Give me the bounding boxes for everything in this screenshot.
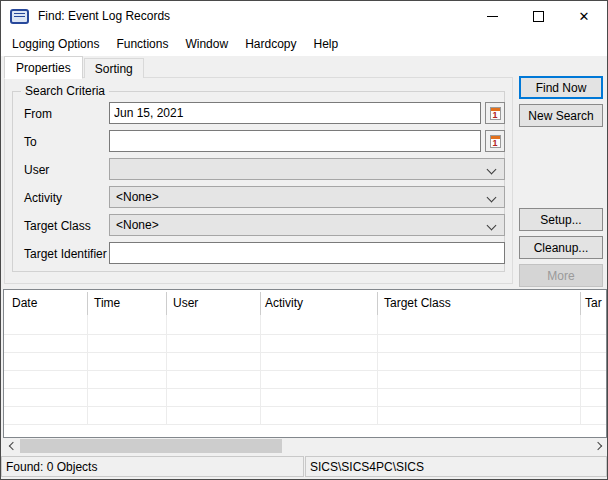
scroll-right-button[interactable] [590, 438, 607, 454]
menu-help[interactable]: Help [306, 34, 345, 54]
status-connection-text: SICS\SICS4PC\SICS [310, 460, 424, 474]
column-divider[interactable] [377, 292, 378, 315]
window-controls: ✕ [469, 1, 607, 31]
titlebar[interactable]: Find: Event Log Records ✕ [1, 1, 607, 31]
properties-tab-page: Search Criteria From To User Activity <N… [4, 77, 513, 284]
horizontal-scrollbar[interactable] [3, 438, 607, 454]
column-divider[interactable] [580, 292, 581, 315]
window-title: Find: Event Log Records [38, 9, 170, 23]
chevron-down-icon [487, 221, 497, 231]
calendar-icon [490, 135, 501, 148]
scroll-left-button[interactable] [3, 438, 20, 454]
user-label: User [24, 163, 49, 177]
column-header-target-class[interactable]: Target Class [384, 296, 451, 310]
close-icon: ✕ [579, 10, 590, 23]
new-search-button[interactable]: New Search [519, 104, 603, 127]
column-divider[interactable] [260, 292, 261, 315]
find-event-log-window: Find: Event Log Records ✕ Logging Option… [0, 0, 608, 480]
cleanup-button[interactable]: Cleanup... [519, 236, 603, 259]
row-line [4, 370, 606, 371]
to-input[interactable] [109, 130, 481, 152]
maximize-icon [533, 11, 544, 22]
scrollbar-thumb[interactable] [20, 439, 282, 453]
to-label: To [24, 135, 37, 149]
activity-combobox-value: <None> [116, 190, 159, 204]
column-header-time[interactable]: Time [94, 296, 120, 310]
from-label: From [24, 107, 52, 121]
menu-window[interactable]: Window [178, 34, 235, 54]
app-icon [10, 9, 29, 24]
chevron-left-icon [8, 442, 16, 450]
activity-combobox[interactable]: <None> [109, 186, 505, 208]
more-button: More [519, 264, 603, 287]
user-combobox[interactable] [109, 158, 505, 180]
column-divider[interactable] [166, 292, 167, 315]
tab-strip: Properties Sorting [4, 56, 145, 78]
find-now-button[interactable]: Find Now [519, 76, 603, 99]
column-header-target-identifier[interactable]: Tar [585, 296, 602, 310]
column-header-user[interactable]: User [173, 296, 198, 310]
tab-properties[interactable]: Properties [4, 56, 83, 79]
to-calendar-button[interactable] [485, 130, 505, 152]
minimize-icon [487, 16, 498, 17]
menu-hardcopy[interactable]: Hardcopy [238, 34, 303, 54]
status-connection-panel: SICS\SICS4PC\SICS [305, 456, 607, 477]
row-line [4, 424, 606, 425]
from-input[interactable] [109, 102, 481, 124]
results-table[interactable]: Date Time User Activity Target Class Tar [3, 289, 607, 438]
chevron-down-icon [487, 165, 497, 175]
from-calendar-button[interactable] [485, 102, 505, 124]
chevron-down-icon [487, 193, 497, 203]
maximize-button[interactable] [515, 1, 561, 31]
target-identifier-label: Target Identifier [24, 247, 107, 261]
status-found-text: Found: 0 Objects [6, 460, 97, 474]
row-line [4, 334, 606, 335]
menu-functions[interactable]: Functions [109, 34, 175, 54]
close-button[interactable]: ✕ [561, 1, 607, 31]
minimize-button[interactable] [469, 1, 515, 31]
activity-label: Activity [24, 191, 62, 205]
column-header-activity[interactable]: Activity [265, 296, 303, 310]
column-header-date[interactable]: Date [12, 296, 37, 310]
chevron-right-icon [593, 442, 601, 450]
calendar-icon [490, 107, 501, 120]
column-divider[interactable] [87, 292, 88, 315]
search-criteria-label: Search Criteria [21, 84, 109, 98]
tab-sorting[interactable]: Sorting [84, 58, 144, 78]
row-line [4, 388, 606, 389]
status-found-panel: Found: 0 Objects [1, 456, 304, 477]
menu-logging-options[interactable]: Logging Options [5, 34, 106, 54]
target-identifier-input[interactable] [109, 242, 505, 264]
row-line [4, 352, 606, 353]
target-class-combobox-value: <None> [116, 218, 159, 232]
row-line [4, 406, 606, 407]
status-bar: Found: 0 Objects SICS\SICS4PC\SICS [1, 455, 607, 479]
target-class-label: Target Class [24, 219, 91, 233]
menu-bar: Logging Options Functions Window Hardcop… [1, 31, 607, 56]
target-class-combobox[interactable]: <None> [109, 214, 505, 236]
setup-button[interactable]: Setup... [519, 208, 603, 231]
